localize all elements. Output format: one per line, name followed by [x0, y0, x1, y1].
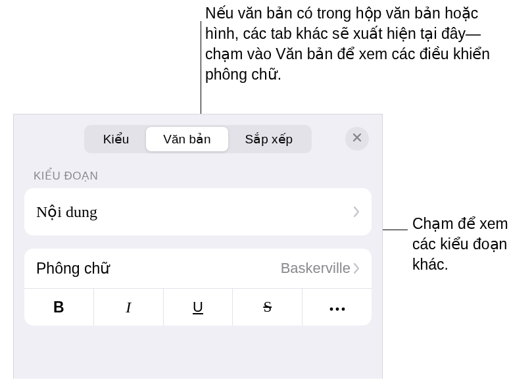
- bold-icon: B: [53, 299, 64, 316]
- underline-button[interactable]: U: [164, 289, 233, 326]
- callout-paragraph-styles: Chạm để xem các kiểu đoạn khác.: [412, 214, 524, 275]
- paragraph-section-label: KIỂU ĐOẠN: [14, 162, 382, 188]
- underline-icon: U: [193, 299, 203, 316]
- close-button[interactable]: [345, 127, 369, 151]
- svg-point-1: [335, 308, 339, 311]
- svg-point-2: [341, 308, 345, 311]
- format-panel: Kiểu Văn bản Sắp xếp KIỂU ĐOẠN Nội dung …: [13, 114, 383, 379]
- tab-arrange[interactable]: Sắp xếp: [228, 127, 310, 151]
- strikethrough-button[interactable]: S: [233, 289, 302, 326]
- font-row[interactable]: Phông chữ Baskerville: [24, 249, 372, 288]
- font-value: Baskerville: [281, 260, 351, 277]
- paragraph-style-row[interactable]: Nội dung: [24, 188, 372, 235]
- close-icon: [352, 132, 362, 145]
- italic-button[interactable]: I: [94, 289, 164, 326]
- strikethrough-icon: S: [263, 299, 272, 316]
- tab-text[interactable]: Văn bản: [146, 127, 228, 151]
- chevron-right-icon: [353, 206, 360, 218]
- tab-style[interactable]: Kiểu: [86, 127, 146, 151]
- svg-point-0: [329, 308, 333, 311]
- font-label: Phông chữ: [36, 260, 281, 278]
- italic-icon: I: [126, 299, 131, 316]
- paragraph-style-value: Nội dung: [36, 203, 353, 221]
- chevron-right-icon: [353, 262, 360, 274]
- tabs-row: Kiểu Văn bản Sắp xếp: [14, 114, 382, 162]
- text-style-row: B I U S: [24, 288, 372, 326]
- segmented-control: Kiểu Văn bản Sắp xếp: [84, 125, 312, 153]
- paragraph-style-card: Nội dung: [24, 188, 372, 235]
- leader-line-top: [201, 21, 201, 117]
- more-icon: [329, 299, 346, 316]
- bold-button[interactable]: B: [24, 289, 94, 326]
- callout-tabs: Nếu văn bản có trong hộp văn bản hoặc hì…: [205, 3, 508, 85]
- font-card: Phông chữ Baskerville B I U S: [24, 249, 372, 326]
- more-button[interactable]: [302, 289, 372, 326]
